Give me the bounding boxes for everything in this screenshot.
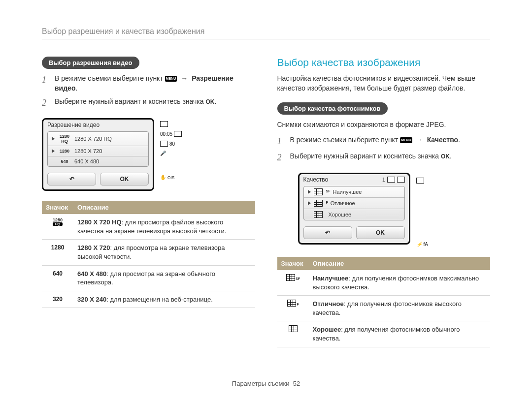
quality-table: Значок Описание SF Наилучшее: для получе… bbox=[277, 257, 491, 347]
th-desc: Описание bbox=[309, 257, 491, 270]
quality-icon bbox=[287, 300, 296, 307]
list-item[interactable]: SF Наилучшее bbox=[304, 186, 404, 197]
screenshot-title: Разрешение видео bbox=[43, 120, 153, 130]
quality-icon bbox=[314, 188, 323, 195]
quality-sub: F bbox=[326, 201, 328, 204]
table-row: 320 320 X 240: для размещения на веб-стр… bbox=[42, 291, 255, 308]
menu-icon: MENU bbox=[165, 76, 177, 82]
arrow-icon bbox=[414, 136, 425, 144]
triangle-icon bbox=[308, 190, 311, 194]
video-resolution-screenshot: Разрешение видео 1280 HQ 1280 X 720 HQ 1… bbox=[42, 118, 154, 191]
table-row: 1280HQ 1280 X 720 HQ: для просмотра файл… bbox=[42, 214, 255, 240]
quality-label: Хорошее bbox=[329, 212, 352, 217]
quality-icon bbox=[314, 200, 323, 207]
row-bold: Отличное bbox=[313, 300, 344, 308]
res-tag: 1280 HQ bbox=[58, 134, 71, 144]
count-value: 1 bbox=[382, 177, 385, 183]
mic-icon: 🎤 bbox=[160, 151, 166, 156]
step-text: Выберите нужный вариант и коснитесь знач… bbox=[290, 152, 439, 160]
step-number: 2 bbox=[42, 97, 50, 109]
table-row: 640 640 X 480: для просмотра на экране о… bbox=[42, 265, 255, 291]
row-bold: 1280 X 720 bbox=[77, 244, 110, 251]
back-button[interactable]: ↶ bbox=[303, 226, 352, 239]
screenshot-title: Качество bbox=[303, 176, 329, 183]
ok-text: OK bbox=[205, 98, 214, 106]
quality-icon bbox=[314, 211, 323, 218]
step-text: Выберите нужный вариант и коснитесь знач… bbox=[55, 97, 204, 105]
triangle-icon bbox=[52, 149, 55, 153]
right-step-2: 2 Выберите нужный вариант и коснитесь зн… bbox=[277, 152, 491, 164]
footer-section: Параметры съемки bbox=[232, 380, 290, 387]
right-screenshot-row: Качество 1 SF Наилучшее bbox=[277, 173, 491, 247]
flash-icon: ⚡ bbox=[416, 242, 422, 247]
step-number: 1 bbox=[277, 135, 285, 148]
list-item[interactable]: Хорошее bbox=[304, 209, 404, 220]
video-resolution-table: Значок Описание 1280HQ 1280 X 720 HQ: дл… bbox=[42, 201, 255, 308]
res-1280hq-icon: 1280HQ bbox=[46, 218, 69, 226]
triangle-icon bbox=[52, 137, 55, 141]
section-heading: Выбор качества изображения bbox=[277, 57, 491, 68]
ok-button[interactable]: OK bbox=[356, 226, 405, 239]
quality-sub: F bbox=[297, 303, 299, 306]
battery-icon bbox=[397, 177, 405, 183]
step-number: 2 bbox=[277, 152, 285, 164]
pill-video-resolution: Выбор разрешения видео bbox=[42, 57, 139, 69]
step-text: В режиме съемки выберите пункт bbox=[55, 74, 163, 82]
list-item[interactable]: 1280 1280 X 720 bbox=[48, 146, 148, 156]
table-row: F Отличное: для получения фотоснимков вы… bbox=[277, 296, 491, 321]
ok-text: OK bbox=[441, 153, 450, 161]
menu-icon: MENU bbox=[400, 137, 412, 143]
table-row: 1280 1280 X 720: для просмотра на экране… bbox=[42, 240, 255, 265]
res-640-icon: 640 bbox=[42, 265, 73, 291]
th-icon: Значок bbox=[277, 257, 309, 270]
ok-button[interactable]: OK bbox=[100, 173, 149, 185]
right-step-1: 1 В режиме съемки выберите пункт MENU Ка… bbox=[277, 135, 491, 148]
triangle-icon bbox=[308, 201, 311, 205]
res-label: 1280 X 720 HQ bbox=[74, 136, 112, 142]
card-value: 80 bbox=[169, 141, 175, 147]
res-icon bbox=[174, 131, 182, 137]
quality-sub: SF bbox=[296, 277, 300, 280]
quality-icon bbox=[289, 325, 298, 332]
row-bold: 640 X 480 bbox=[77, 270, 106, 278]
page-title: Выбор разрешения и качества изображения bbox=[42, 27, 490, 39]
quality-label: Отличное bbox=[331, 200, 355, 206]
step-target: Качество bbox=[427, 136, 459, 144]
card-icon bbox=[387, 177, 395, 183]
jpeg-note: Снимки сжимаются и сохраняются в формате… bbox=[277, 120, 491, 129]
table-row: SF Наилучшее: для получения фотоснимков … bbox=[277, 270, 491, 296]
list-item[interactable]: F Отличное bbox=[304, 197, 404, 209]
row-bold: Наилучшее bbox=[313, 275, 349, 282]
left-step-2: 2 Выберите нужный вариант и коснитесь зн… bbox=[42, 97, 255, 109]
quality-label: Наилучшее bbox=[332, 189, 362, 195]
table-row: Хорошее: для получения фотоснимков обычн… bbox=[277, 321, 491, 347]
row-bold: 320 X 240 bbox=[77, 296, 106, 303]
res-1280-icon: 1280 bbox=[42, 240, 73, 265]
right-column: Выбор качества изображения Настройка кач… bbox=[277, 57, 491, 347]
left-step-1: 1 В режиме съемки выберите пункт MENU Ра… bbox=[42, 74, 255, 93]
side-indicators: ⚡fA bbox=[416, 173, 428, 247]
th-icon: Значок bbox=[42, 201, 73, 214]
th-desc: Описание bbox=[73, 201, 255, 214]
quality-icon bbox=[286, 274, 295, 281]
res-tag: 640 bbox=[58, 159, 71, 164]
footer-page: 52 bbox=[293, 380, 300, 387]
list-item[interactable]: 1280 HQ 1280 X 720 HQ bbox=[48, 132, 148, 146]
back-button[interactable]: ↶ bbox=[47, 173, 96, 185]
row-bold: 1280 X 720 HQ bbox=[77, 218, 122, 226]
ois-label: OIS bbox=[167, 175, 174, 180]
res-label: 640 X 480 bbox=[74, 158, 99, 164]
res-icon bbox=[416, 178, 424, 184]
quality-screenshot: Качество 1 SF Наилучшее bbox=[298, 173, 410, 245]
row-rest: : для размещения на веб-странице. bbox=[106, 296, 213, 303]
left-screenshot-row: Разрешение видео 1280 HQ 1280 X 720 HQ 1… bbox=[42, 118, 255, 191]
card-icon bbox=[160, 141, 168, 147]
res-tag: 1280 bbox=[58, 149, 71, 154]
quality-sub: SF bbox=[326, 189, 331, 193]
side-indicators: 00:05 80 🎤 ✋OIS bbox=[160, 118, 182, 180]
battery-icon bbox=[160, 121, 168, 127]
row-bold: Хорошее bbox=[313, 326, 341, 333]
step-text: В режиме съемки выберите пункт bbox=[290, 136, 399, 144]
list-item[interactable]: 640 640 X 480 bbox=[48, 156, 148, 166]
intro-paragraph: Настройка качества фотоснимков и видеоза… bbox=[277, 73, 491, 93]
